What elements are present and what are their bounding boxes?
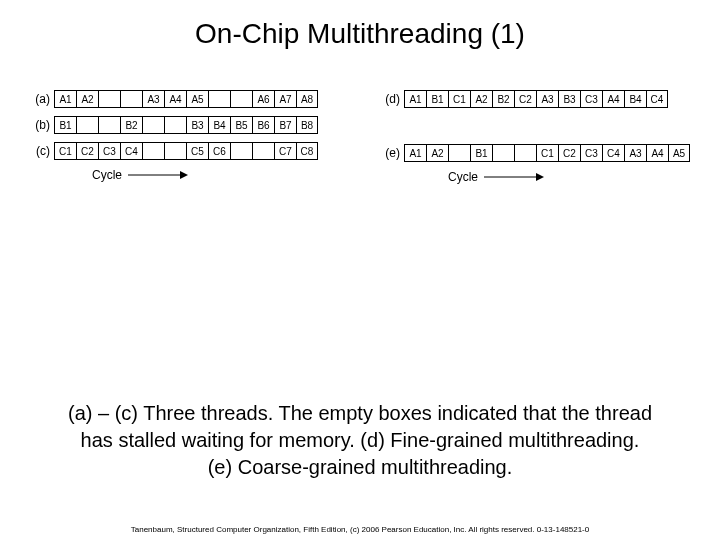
cell: C6: [208, 142, 230, 160]
cycle-label-row: Cycle: [448, 170, 690, 184]
cell: A5: [186, 90, 208, 108]
cell: C7: [274, 142, 296, 160]
diagram-right-column: (d)A1B1C1A2B2C2A3B3C3A4B4C4(e)A1A2B1C1C2…: [380, 90, 690, 184]
svg-marker-3: [536, 173, 544, 181]
diagram-row: (d)A1B1C1A2B2C2A3B3C3A4B4C4: [380, 90, 690, 108]
cell: [120, 90, 142, 108]
cell: [514, 144, 536, 162]
cell: [98, 90, 120, 108]
cycle-label: Cycle: [92, 168, 122, 182]
cell: C3: [580, 90, 602, 108]
cell: C2: [76, 142, 98, 160]
cell: A4: [164, 90, 186, 108]
cell-strip: B1B2B3B4B5B6B7B8: [54, 116, 318, 134]
cell: B4: [624, 90, 646, 108]
cell: [76, 116, 98, 134]
cell: A4: [646, 144, 668, 162]
caption-line: (e) Coarse-grained multithreading.: [10, 454, 710, 481]
diagram-row: (b)B1B2B3B4B5B6B7B8: [30, 116, 318, 134]
cell: C1: [448, 90, 470, 108]
cell: [164, 116, 186, 134]
cell: [230, 90, 252, 108]
row-label: (b): [30, 118, 50, 132]
cell: [98, 116, 120, 134]
cell: A6: [252, 90, 274, 108]
cell-strip: A1B1C1A2B2C2A3B3C3A4B4C4: [404, 90, 668, 108]
cell: A1: [404, 90, 426, 108]
cell-strip: C1C2C3C4C5C6C7C8: [54, 142, 318, 160]
cell: [164, 142, 186, 160]
cell: C1: [536, 144, 558, 162]
cell: B8: [296, 116, 318, 134]
diagram-row: (a)A1A2A3A4A5A6A7A8: [30, 90, 318, 108]
cell-strip: A1A2B1C1C2C3C4A3A4A5: [404, 144, 690, 162]
caption-line: has stalled waiting for memory. (d) Fine…: [10, 427, 710, 454]
cell: C4: [120, 142, 142, 160]
cell: C1: [54, 142, 76, 160]
row-label: (d): [380, 92, 400, 106]
diagram-area: (a)A1A2A3A4A5A6A7A8(b)B1B2B3B4B5B6B7B8(c…: [0, 90, 720, 270]
cell: [208, 90, 230, 108]
cell: B2: [120, 116, 142, 134]
cell: A3: [624, 144, 646, 162]
cell: B1: [470, 144, 492, 162]
cell: [142, 142, 164, 160]
cell: B3: [558, 90, 580, 108]
cell: A2: [470, 90, 492, 108]
cell: B1: [54, 116, 76, 134]
cell: A1: [404, 144, 426, 162]
cell: B4: [208, 116, 230, 134]
cell: C5: [186, 142, 208, 160]
cell: A2: [426, 144, 448, 162]
cell: A8: [296, 90, 318, 108]
cell: C2: [514, 90, 536, 108]
cell: A7: [274, 90, 296, 108]
caption-line: (a) – (c) Three threads. The empty boxes…: [10, 400, 710, 427]
cell: A5: [668, 144, 690, 162]
arrow-icon: [128, 170, 188, 180]
cell-strip: A1A2A3A4A5A6A7A8: [54, 90, 318, 108]
cell: [252, 142, 274, 160]
cell: A2: [76, 90, 98, 108]
cell: C3: [580, 144, 602, 162]
caption: (a) – (c) Three threads. The empty boxes…: [0, 400, 720, 481]
arrow-icon: [484, 172, 544, 182]
cell: B2: [492, 90, 514, 108]
cell: B1: [426, 90, 448, 108]
cell: B7: [274, 116, 296, 134]
cell: [448, 144, 470, 162]
footer-credit: Tanenbaum, Structured Computer Organizat…: [0, 525, 720, 534]
cell: A3: [536, 90, 558, 108]
cell: C4: [602, 144, 624, 162]
svg-marker-1: [180, 171, 188, 179]
cell: A3: [142, 90, 164, 108]
slide-title: On-Chip Multithreading (1): [0, 18, 720, 50]
cell: [230, 142, 252, 160]
cell: B3: [186, 116, 208, 134]
diagram-row: (c)C1C2C3C4C5C6C7C8: [30, 142, 318, 160]
cell: C2: [558, 144, 580, 162]
cell: [142, 116, 164, 134]
diagram-left-column: (a)A1A2A3A4A5A6A7A8(b)B1B2B3B4B5B6B7B8(c…: [30, 90, 318, 182]
cell: A1: [54, 90, 76, 108]
row-label: (c): [30, 144, 50, 158]
cell: B5: [230, 116, 252, 134]
cell: B6: [252, 116, 274, 134]
diagram-row: (e)A1A2B1C1C2C3C4A3A4A5: [380, 144, 690, 162]
cell: C4: [646, 90, 668, 108]
cycle-label-row: Cycle: [92, 168, 318, 182]
cell: [492, 144, 514, 162]
cell: A4: [602, 90, 624, 108]
row-label: (a): [30, 92, 50, 106]
cell: C3: [98, 142, 120, 160]
cycle-label: Cycle: [448, 170, 478, 184]
cell: C8: [296, 142, 318, 160]
row-label: (e): [380, 146, 400, 160]
